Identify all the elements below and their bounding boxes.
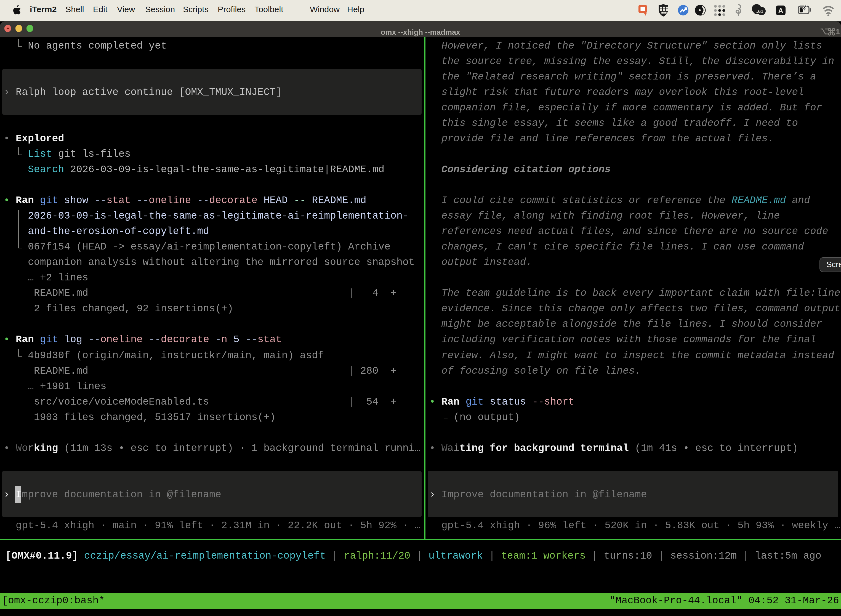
svg-text:1: 1 [836, 28, 840, 36]
svg-text:..61: ..61 [756, 9, 763, 14]
svg-text:A: A [778, 7, 783, 14]
